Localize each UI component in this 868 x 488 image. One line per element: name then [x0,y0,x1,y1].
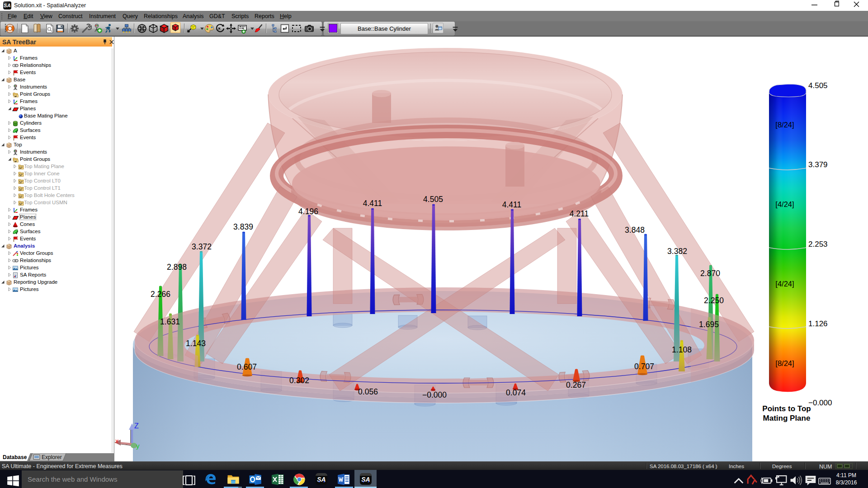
svg-text:−0.000: −0.000 [422,390,447,399]
svg-text:0.074: 0.074 [506,388,526,397]
svg-text:2.870: 2.870 [700,269,720,278]
svg-text:0.267: 0.267 [566,380,586,389]
svg-text:3.372: 3.372 [192,242,212,251]
svg-text:[8/24]: [8/24] [775,121,794,129]
svg-text:4.196: 4.196 [298,207,318,216]
svg-text:Mating Plane: Mating Plane [763,414,811,422]
svg-text:1.126: 1.126 [808,319,828,328]
svg-text:3.382: 3.382 [667,247,687,256]
svg-text:1.143: 1.143 [186,339,206,348]
svg-text:0.056: 0.056 [358,387,378,396]
svg-text:y: y [136,442,140,450]
svg-text:4.211: 4.211 [570,209,589,218]
svg-text:1.108: 1.108 [672,345,692,354]
svg-text:2.250: 2.250 [704,296,724,305]
svg-text:x: x [115,437,119,445]
svg-text:2.266: 2.266 [151,290,170,299]
svg-text:1.631: 1.631 [160,317,180,326]
svg-text:0.302: 0.302 [289,376,309,385]
svg-text:[4/24]: [4/24] [775,200,794,208]
svg-text:Database: Database [3,454,27,460]
svg-text:[8/24]: [8/24] [775,359,794,367]
svg-text:Points to Top: Points to Top [762,404,811,413]
svg-text:0.607: 0.607 [237,362,257,371]
svg-text:−0.000: −0.000 [808,399,832,407]
svg-text:4.411: 4.411 [502,200,522,209]
svg-text:2.253: 2.253 [808,240,828,249]
svg-text:0.707: 0.707 [634,362,654,371]
svg-text:4.411: 4.411 [363,199,382,208]
svg-text:[4/24]: [4/24] [775,280,794,288]
svg-text:3.839: 3.839 [233,222,253,231]
svg-text:4.505: 4.505 [423,195,443,204]
svg-text:Explorer: Explorer [42,454,62,460]
svg-text:3.848: 3.848 [625,225,645,235]
svg-text:4.505: 4.505 [808,81,828,90]
svg-text:2.898: 2.898 [167,263,187,272]
svg-text:3.379: 3.379 [808,160,828,169]
svg-text:Z: Z [134,422,139,430]
svg-text:1.695: 1.695 [699,320,719,329]
